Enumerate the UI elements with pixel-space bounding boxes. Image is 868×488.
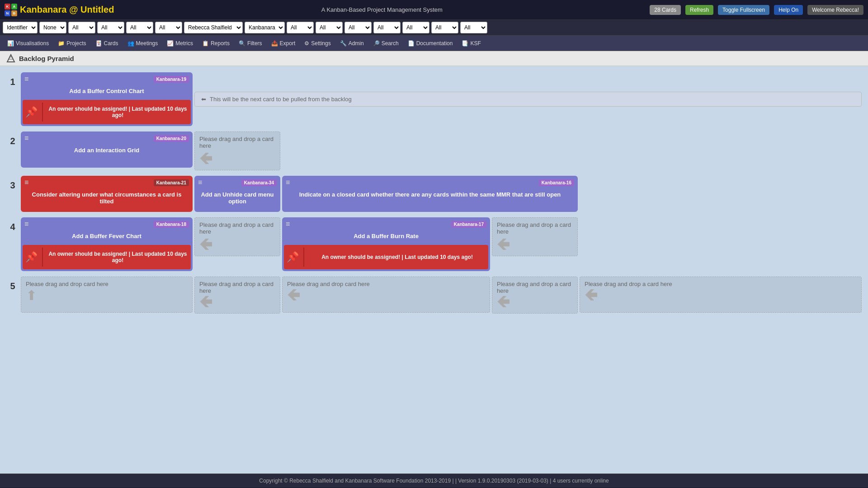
svg-marker-0 <box>7 55 14 62</box>
nav-export[interactable]: 📤 Export <box>267 38 300 49</box>
card-menu-icon[interactable]: ≡ <box>24 75 28 83</box>
logo-cell-k: K <box>5 4 10 9</box>
drop-zone-text: Please drag and drop a card here <box>199 136 275 149</box>
drop-arrow-left-icon: 🡸 <box>497 294 510 310</box>
card-kanbanara-17[interactable]: ≡ Kanbanara-17 Add a Buffer Burn Rate 📌 … <box>282 217 490 271</box>
card-menu-icon[interactable]: ≡ <box>286 220 290 228</box>
nav-meetings[interactable]: 👥 Meetings <box>123 38 163 49</box>
nav-ksf[interactable]: 📑 KSF <box>457 38 485 49</box>
board-cell-4-3: ≡ Kanbanara-17 Add a Buffer Burn Rate 📌 … <box>282 217 490 271</box>
navbar: 📊 Visualisations 📁 Projects 🃏 Cards 👥 Me… <box>0 36 868 51</box>
board-cell-1-1: ≡ Kanbanara-19 Add a Buffer Control Char… <box>21 72 193 126</box>
filter-all-9[interactable]: All <box>402 22 429 33</box>
logo-cell-a: A <box>11 4 17 9</box>
page-title-bar: Backlog Pyramid <box>0 51 868 66</box>
drop-zone-4-4[interactable]: Please drag and drop a card here 🡸 <box>492 217 578 256</box>
card-id-badge: Kanbanara-21 <box>154 179 189 186</box>
nav-visualisations[interactable]: 📊 Visualisations <box>3 38 53 49</box>
filter-all-11[interactable]: All <box>460 22 487 33</box>
drop-zone-5-3[interactable]: Please drag and drop card here 🡸 <box>282 277 490 313</box>
card-id-badge: Kanbanara-20 <box>154 135 189 142</box>
filter-rebecca[interactable]: Rebecca Shalfield <box>184 22 243 33</box>
fullscreen-button[interactable]: Toggle Fullscreen <box>718 5 769 15</box>
filter-all-10[interactable]: All <box>431 22 458 33</box>
arrow-left-icon: ⬅ <box>201 96 206 103</box>
board-cell-2-1: ≡ Kanbanara-20 Add an Interaction Grid <box>21 131 193 170</box>
refresh-button[interactable]: Refresh <box>685 5 713 15</box>
next-card-hint-text: This will be the next card to be pulled … <box>210 96 352 103</box>
card-title: Add a Buffer Control Chart <box>21 86 193 98</box>
board-row-5: 5 Please drag and drop card here ⬆ Pleas… <box>6 277 862 314</box>
nav-reports[interactable]: 📋 Reports <box>198 38 234 49</box>
filter-identifier[interactable]: Identifier <box>3 22 38 33</box>
drop-arrow-left-icon: 🡸 <box>497 237 510 252</box>
card-id-badge: Kanbanara-16 <box>539 179 574 186</box>
row-label-4: 4 <box>6 217 19 271</box>
nav-projects[interactable]: 📁 Projects <box>53 38 90 49</box>
card-kanbanara-19[interactable]: ≡ Kanbanara-19 Add a Buffer Control Char… <box>21 72 193 126</box>
board-row-2: 2 ≡ Kanbanara-20 Add an Interaction Grid <box>6 131 862 170</box>
card-menu-icon[interactable]: ≡ <box>286 178 290 187</box>
pin-icon: 📌 <box>25 106 38 118</box>
filter-none[interactable]: None <box>39 22 66 33</box>
filter-all-3[interactable]: All <box>126 22 153 33</box>
main-board: 1 ≡ Kanbanara-19 Add a Buffer Control Ch… <box>0 66 868 474</box>
board-cell-4-4: Please drag and drop a card here 🡸 <box>492 217 578 271</box>
logo-block: K A N B Kanbanara @ Untitled <box>5 4 114 16</box>
row-label-2: 2 <box>6 131 19 170</box>
card-menu-icon[interactable]: ≡ <box>198 178 202 187</box>
filter-all-2[interactable]: All <box>97 22 124 33</box>
drop-zone-4-2[interactable]: Please drag and drop a card here 🡸 <box>194 217 280 256</box>
card-menu-icon[interactable]: ≡ <box>24 220 28 228</box>
board-table: 1 ≡ Kanbanara-19 Add a Buffer Control Ch… <box>5 70 863 315</box>
board-cell-5-4: Please drag and drop a card here 🡸 <box>492 277 578 314</box>
drop-arrow-up-icon: ⬆ <box>26 287 37 303</box>
board-cell-5-3: Please drag and drop card here 🡸 <box>282 277 490 314</box>
nav-documentation[interactable]: 📄 Documentation <box>403 38 458 49</box>
filter-bar: Identifier None All All All All Rebecca … <box>0 20 868 36</box>
card-kanbanara-16[interactable]: ≡ Kanbanara-16 Indicate on a closed card… <box>282 176 578 212</box>
app-title: Kanbanara @ Untitled <box>20 5 114 15</box>
card-menu-icon[interactable]: ≡ <box>24 134 28 142</box>
card-menu-icon[interactable]: ≡ <box>24 178 28 187</box>
welcome-button[interactable]: Welcome Rebecca! <box>807 5 863 15</box>
row-label-1: 1 <box>6 72 19 126</box>
drop-zone-5-2[interactable]: Please drag and drop a card here 🡸 <box>194 277 280 314</box>
header: K A N B Kanbanara @ Untitled A Kanban-Ba… <box>0 0 868 20</box>
card-kanbanara-18[interactable]: ≡ Kanbanara-18 Add a Buffer Fever Chart … <box>21 217 193 271</box>
board-cell-5-5: Please drag and drop a card here 🡸 <box>580 277 862 314</box>
drop-zone-2-2[interactable]: Please drag and drop a card here 🡸 <box>194 131 280 170</box>
card-kanbanara-20[interactable]: ≡ Kanbanara-20 Add an Interaction Grid <box>21 131 193 168</box>
card-warning-text: An owner should be assigned! | Last upda… <box>47 251 188 263</box>
drop-zone-5-4[interactable]: Please drag and drop a card here 🡸 <box>492 277 578 314</box>
nav-cards[interactable]: 🃏 Cards <box>91 38 123 49</box>
drop-zone-text: Please drag and drop card here <box>26 281 108 287</box>
filter-kanbanara[interactable]: Kanbanara <box>245 22 285 33</box>
help-button[interactable]: Help On <box>774 5 803 15</box>
nav-metrics[interactable]: 📈 Metrics <box>162 38 198 49</box>
filter-all-7[interactable]: All <box>344 22 372 33</box>
board-cell-3-2: ≡ Kanbanara-34 Add an Unhide card menu o… <box>194 176 280 212</box>
board-cell-2-2: Please drag and drop a card here 🡸 <box>194 131 862 170</box>
footer-version: | Version 1.9.0.20190303 (2019-03-03) | … <box>455 478 609 484</box>
nav-filters[interactable]: 🔍 Filters <box>234 38 267 49</box>
card-kanbanara-21[interactable]: ≡ Kanbanara-21 Consider altering under w… <box>21 176 193 212</box>
nav-search[interactable]: 🔎 Search <box>368 38 403 49</box>
card-kanbanara-34[interactable]: ≡ Kanbanara-34 Add an Unhide card menu o… <box>194 176 280 212</box>
card-title: Indicate on a closed card whether there … <box>282 189 578 202</box>
nav-admin[interactable]: 🔧 Admin <box>335 38 368 49</box>
filter-all-1[interactable]: All <box>68 22 95 33</box>
filter-all-4[interactable]: All <box>155 22 182 33</box>
filter-all-6[interactable]: All <box>316 22 343 33</box>
drop-zone-5-1[interactable]: Please drag and drop card here ⬆ <box>21 277 193 313</box>
board-row-4: 4 ≡ Kanbanara-18 Add a Buffer Fever Char… <box>6 217 862 271</box>
card-warning-text: An owner should be assigned! | Last upda… <box>47 106 188 118</box>
drop-zone-5-5[interactable]: Please drag and drop a card here 🡸 <box>580 277 862 313</box>
filter-all-8[interactable]: All <box>373 22 401 33</box>
drop-zone-text: Please drag and drop a card here <box>199 221 275 235</box>
logo-cell-n: N <box>5 10 10 16</box>
drop-arrow-left-icon: 🡸 <box>199 294 213 310</box>
nav-settings[interactable]: ⚙ Settings <box>300 38 335 49</box>
filter-all-5[interactable]: All <box>287 22 314 33</box>
cards-count-button[interactable]: 28 Cards <box>650 5 681 15</box>
